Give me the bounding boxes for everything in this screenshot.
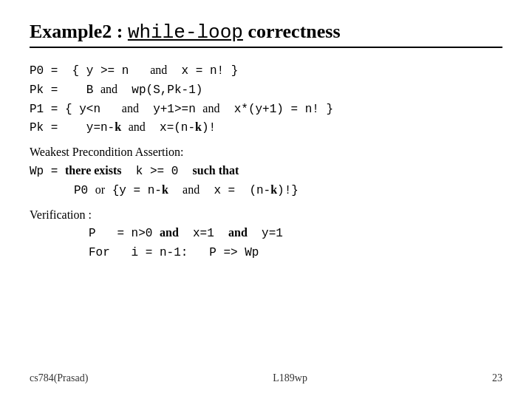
footer-center: L189wp xyxy=(273,372,307,384)
pk-mono: Pk = B xyxy=(30,83,100,97)
wp-k-mono: k >= 0 xyxy=(122,165,193,178)
p0-or-mono5: )!} xyxy=(277,184,299,197)
main-content: P0 = { y >= n and x = n! } Pk = B and wp… xyxy=(30,61,502,366)
p0-or-mono2: {y = n- xyxy=(105,184,162,197)
pk-rest: wp(S,Pk-1) xyxy=(117,83,202,97)
footer-right: 23 xyxy=(492,372,502,384)
p0-mono: P0 = { y >= n xyxy=(30,64,150,78)
p0-or-and: and xyxy=(183,183,200,196)
p1-mono2: y+1>=n xyxy=(139,103,202,116)
slide-title: Example2 : while-loop correctness xyxy=(30,21,502,48)
for-line: For i = n-1: P => Wp xyxy=(30,243,502,262)
weakest-label: Weakest Precondition Assertion: xyxy=(30,143,502,162)
pk2-bold-k2: k xyxy=(195,120,202,133)
p0-or-bold-k1: k xyxy=(162,183,168,196)
p0-line: P0 = { y >= n and x = n! } xyxy=(30,61,502,81)
footer-left: cs784(Prasad) xyxy=(30,372,88,384)
pk2-mono2 xyxy=(121,121,129,134)
title-text-suffix: correctness xyxy=(243,21,341,42)
pk2-and: and xyxy=(129,120,146,133)
p0-rest: x = n! } xyxy=(167,64,238,78)
wp-prefix-mono: Wp = xyxy=(30,165,65,178)
p1-mono: P1 = { y<n xyxy=(30,103,122,116)
p0-or-mono3 xyxy=(168,184,183,197)
pk2-line: Pk = y=n-k and x=(n-k)! xyxy=(30,118,502,137)
title-text-prefix: Example2 : xyxy=(30,21,128,42)
pk2-bold-k1: k xyxy=(115,120,121,133)
wp-there-exists: there exists xyxy=(65,164,122,177)
p-eq-and1: and xyxy=(160,226,179,239)
p0-and: and xyxy=(150,64,167,76)
title-mono: while-loop xyxy=(128,21,243,48)
p1-and2: and xyxy=(202,102,219,115)
verification-text: Verification : xyxy=(30,208,92,221)
pk-line: Pk = B and wp(S,Pk-1) xyxy=(30,81,502,100)
p-eq-mono3: y=1 xyxy=(248,227,283,240)
p-eq-mono1: P = n>0 xyxy=(89,227,160,240)
pk-and: and xyxy=(100,83,117,95)
verification-label: Verification : xyxy=(30,206,502,225)
slide: Example2 : while-loop correctness P0 = {… xyxy=(0,0,532,399)
p0-or-mono1: P0 xyxy=(74,184,95,197)
pk2-mono3: x=(n- xyxy=(146,121,195,134)
p0-or-text: or xyxy=(95,183,105,196)
p1-mono3: x*(y+1) = n! } xyxy=(219,103,333,116)
p1-line: P1 = { y<n and y+1>=n and x*(y+1) = n! } xyxy=(30,100,502,119)
p0-or-bold-k2: k xyxy=(270,183,277,196)
wp-line: Wp = there exists k >= 0 such that xyxy=(30,162,502,181)
pk2-mono1: Pk = y=n- xyxy=(30,121,115,134)
p1-and1: and xyxy=(122,102,139,115)
p-eq-and2: and xyxy=(228,226,248,239)
p0-or-mono4: x = (n- xyxy=(200,184,270,197)
for-text: For i = n-1: P => Wp xyxy=(89,246,259,259)
wp-such-that: such that xyxy=(193,164,239,177)
footer: cs784(Prasad) L189wp 23 xyxy=(30,366,502,384)
pk2-mono4: )! xyxy=(202,121,216,134)
p-eq-mono2: x=1 xyxy=(179,227,228,240)
p0-or-line: P0 or {y = n-k and x = (n-k)!} xyxy=(30,181,502,200)
p-eq-line: P = n>0 and x=1 and y=1 xyxy=(30,224,502,243)
weakest-text: Weakest Precondition Assertion: xyxy=(30,146,183,158)
